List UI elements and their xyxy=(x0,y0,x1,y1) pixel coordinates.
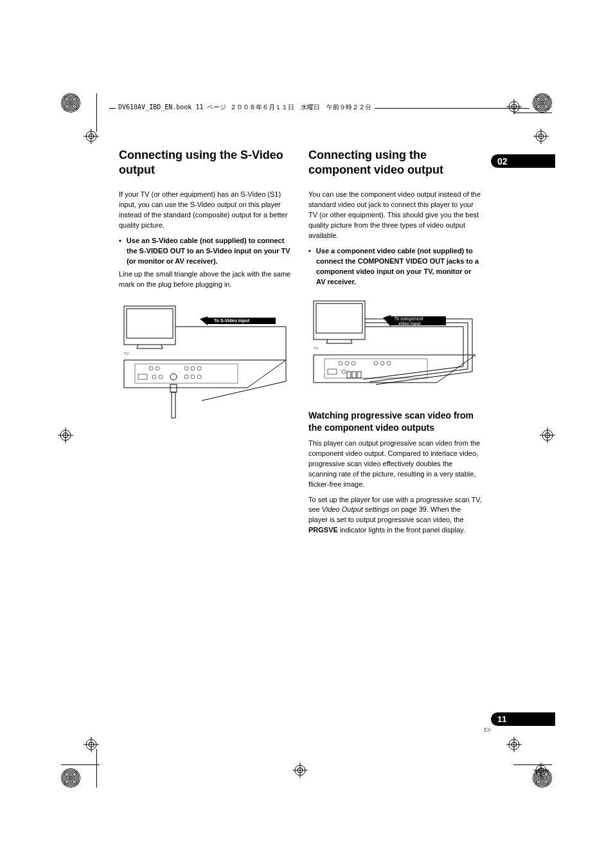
svg-rect-53 xyxy=(172,392,175,418)
bullet-component-cable: Use a component video cable (not supplie… xyxy=(308,246,482,287)
svg-point-41 xyxy=(155,366,159,370)
reg-mark-top-right-2 xyxy=(533,129,549,144)
reg-mark-bot-right xyxy=(506,737,522,752)
svg-rect-52 xyxy=(170,384,177,392)
trim-line xyxy=(96,93,97,132)
diagram-svideo: TV To S-Video input xyxy=(119,301,292,423)
para-svideo-intro: If your TV (or other equipment) has an S… xyxy=(119,190,292,231)
page-content: Connecting using the S-Video output If y… xyxy=(119,148,482,541)
svg-point-48 xyxy=(170,374,177,380)
svg-rect-36 xyxy=(124,306,175,345)
para-progressive-1: This player can output progressive scan … xyxy=(308,439,482,490)
crop-mark-tl xyxy=(61,93,80,113)
diagram-tv-label: TV xyxy=(124,352,129,356)
chapter-badge: 02 xyxy=(491,154,555,168)
svg-point-67 xyxy=(342,370,346,374)
svg-rect-54 xyxy=(314,301,365,339)
trim-line xyxy=(513,113,552,113)
trim-line xyxy=(96,749,97,788)
crop-mark-tr xyxy=(533,93,552,113)
column-left: Connecting using the S-Video output If y… xyxy=(119,148,292,541)
svg-rect-45 xyxy=(138,374,147,379)
svg-point-60 xyxy=(339,361,342,365)
svg-point-49 xyxy=(184,375,188,379)
reg-mark-mid-left xyxy=(58,428,73,443)
bullet-svideo-cable: Use an S-Video cable (not supplied) to c… xyxy=(119,236,292,267)
svg-point-65 xyxy=(387,361,391,365)
svg-point-62 xyxy=(351,361,355,365)
page-number-badge: 11 xyxy=(491,712,555,726)
para-svideo-align: Line up the small triangle above the jac… xyxy=(119,269,292,290)
column-right: Connecting using the component video out… xyxy=(308,148,482,541)
svg-point-64 xyxy=(380,361,384,365)
diagram-tv-label-2: TV xyxy=(314,347,319,350)
svg-point-42 xyxy=(184,366,188,370)
svg-point-44 xyxy=(197,366,201,370)
svg-point-51 xyxy=(197,375,201,379)
svg-rect-37 xyxy=(127,309,173,338)
trim-line xyxy=(513,764,552,765)
heading-progressive: Watching progressive scan video from the… xyxy=(308,410,482,433)
reg-mark-bot-center xyxy=(292,763,308,778)
header-filename: DV610AV_IBD_EN.book 11 ページ ２００８年６月１１日 水曜… xyxy=(116,103,375,112)
svg-rect-66 xyxy=(328,369,337,374)
svg-rect-70 xyxy=(357,372,361,378)
reg-mark-mid-right xyxy=(540,428,555,443)
diagram-component: TV To component video input xyxy=(308,296,482,395)
diagram-arrow-label: To S-Video input xyxy=(214,318,250,323)
svg-point-61 xyxy=(345,361,349,365)
heading-svideo: Connecting using the S-Video output xyxy=(119,148,292,177)
crop-mark-bl xyxy=(61,768,80,788)
svg-rect-69 xyxy=(352,372,356,378)
svg-point-50 xyxy=(191,375,195,379)
svg-point-40 xyxy=(149,366,153,370)
trim-line xyxy=(61,764,100,765)
svg-point-43 xyxy=(191,366,195,370)
svg-rect-59 xyxy=(324,359,427,378)
svg-rect-39 xyxy=(135,364,238,383)
svg-rect-55 xyxy=(316,303,362,333)
language-label: En xyxy=(484,727,491,733)
svg-rect-68 xyxy=(347,372,351,378)
svg-point-46 xyxy=(152,375,156,379)
svg-text:video input: video input xyxy=(398,321,422,326)
svg-point-63 xyxy=(374,361,378,365)
para-component-intro: You can use the component video output i… xyxy=(308,190,482,241)
svg-point-47 xyxy=(159,375,163,379)
para-progressive-2: To set up the player for use with a prog… xyxy=(308,495,482,536)
heading-component: Connecting using the component video out… xyxy=(308,148,482,177)
